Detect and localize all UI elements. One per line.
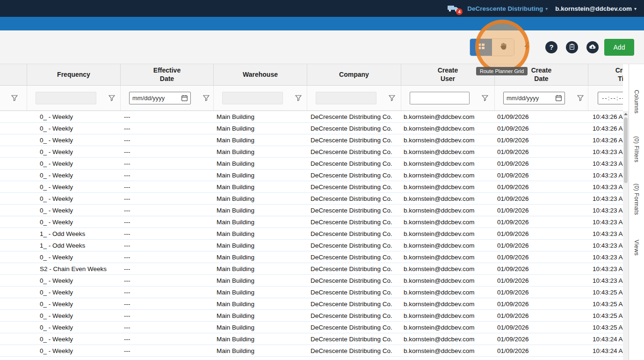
filter-input-create-user[interactable] <box>410 92 470 104</box>
scrollbar-track[interactable] <box>623 111 629 360</box>
cell-company: DeCrescente Distributing Co. <box>307 160 401 167</box>
side-panel-item-columns[interactable]: Columns <box>633 90 640 114</box>
cell-create-user: b.kornstein@ddcbev.com <box>401 254 494 261</box>
cell-company: DeCrescente Distributing Co. <box>307 195 401 202</box>
scroll-up-button[interactable] <box>623 111 629 117</box>
table-row[interactable]: 0_ - Weekly --- Main Building DeCrescent… <box>0 287 623 298</box>
table-row[interactable]: 0_ - Weekly --- Main Building DeCrescent… <box>0 181 623 193</box>
vertical-scrollbar[interactable] <box>623 64 629 360</box>
filter-date-input-create-date[interactable]: mm/dd/yyyy <box>503 92 565 104</box>
table-row[interactable]: 0_ - Weekly --- Main Building DeCrescent… <box>0 298 623 310</box>
header-cell-effective-date[interactable]: Effective Date <box>120 64 213 85</box>
cell-warehouse: Main Building <box>213 289 307 296</box>
table-row[interactable]: 0_ - Weekly --- Main Building DeCrescent… <box>0 146 623 158</box>
filter-funnel-icon <box>11 95 18 101</box>
table-row[interactable]: 0_ - Weekly --- Main Building DeCrescent… <box>0 251 623 263</box>
filter-button-create-date[interactable] <box>577 95 584 101</box>
cell-frequency: 0_ - Weekly <box>27 336 120 343</box>
cell-company: DeCrescente Distributing Co. <box>307 242 401 249</box>
filter-button-create-user[interactable] <box>482 95 488 101</box>
cell-effective-date: --- <box>120 336 213 343</box>
cell-frequency: 0_ - Weekly <box>27 195 120 202</box>
header-cell-frequency[interactable]: Frequency <box>27 64 120 85</box>
cell-create-date: 01/09/2026 <box>494 242 588 249</box>
filter-button-effective-date[interactable] <box>203 95 210 101</box>
filter-funnel-icon <box>295 95 302 101</box>
table-row[interactable]: 0_ - Weekly --- Main Building DeCrescent… <box>0 111 623 123</box>
side-panel-item-views[interactable]: Views <box>633 240 640 256</box>
cell-frequency: 0_ - Weekly <box>27 254 120 261</box>
cell-effective-date: --- <box>120 207 213 214</box>
header-cell-company[interactable]: Company <box>307 64 401 85</box>
filter-button-warehouse[interactable] <box>295 95 302 101</box>
table-row[interactable]: 0_ - Weekly --- Main Building DeCrescent… <box>0 345 623 357</box>
cell-company: DeCrescente Distributing Co. <box>307 137 401 144</box>
cell-create-time: 10:43:25 AM <box>588 324 623 331</box>
filter-input-company[interactable] <box>316 92 376 104</box>
table-row[interactable]: 1_ - Odd Weeks --- Main Building DeCresc… <box>0 228 623 240</box>
table-row[interactable]: S2 - Chain Even Weeks --- Main Building … <box>0 263 623 275</box>
cell-create-user: b.kornstein@ddcbev.com <box>401 336 494 343</box>
toolbar: ? Add <box>0 30 644 64</box>
filter-button-frequency[interactable] <box>109 95 115 101</box>
filter-date-input-effective-date[interactable]: mm/dd/yyyy <box>129 92 191 104</box>
cell-create-date: 01/09/2026 <box>494 312 588 319</box>
delivery-truck-icon[interactable]: 4 <box>448 4 460 13</box>
cell-create-user: b.kornstein@ddcbev.com <box>401 219 494 226</box>
cell-create-user: b.kornstein@ddcbev.com <box>401 347 494 354</box>
cell-effective-date: --- <box>120 242 213 249</box>
filter-input-warehouse[interactable] <box>222 92 283 104</box>
cell-frequency: 0_ - Weekly <box>27 113 120 120</box>
cell-frequency: 1_ - Odd Weeks <box>27 242 120 249</box>
cell-create-date: 01/09/2026 <box>494 254 588 261</box>
cell-create-user: b.kornstein@ddcbev.com <box>401 312 494 319</box>
table-row[interactable]: 1_ - Odd Weeks --- Main Building DeCresc… <box>0 240 623 251</box>
company-menu[interactable]: DeCrescente Distributing ▾ <box>467 5 548 12</box>
table-row[interactable]: 0_ - Weekly --- Main Building DeCrescent… <box>0 310 623 322</box>
cell-warehouse: Main Building <box>213 148 307 155</box>
cell-create-user: b.kornstein@ddcbev.com <box>401 242 494 249</box>
table-row[interactable]: 0_ - Weekly --- Main Building DeCrescent… <box>0 275 623 287</box>
automation-button[interactable] <box>522 41 532 53</box>
side-panel-item-formats[interactable]: (0) Formats <box>633 184 640 215</box>
filter-time-input-create-time[interactable]: --:--:-- <box>598 92 623 104</box>
header-cell-warehouse[interactable]: Warehouse <box>213 64 307 85</box>
table-row[interactable]: 0_ - Weekly --- Main Building DeCrescent… <box>0 169 623 181</box>
filter-input-frequency[interactable] <box>36 92 96 104</box>
cell-create-user: b.kornstein@ddcbev.com <box>401 207 494 214</box>
cloud-download-button[interactable] <box>586 41 599 53</box>
table-row[interactable]: 0_ - Weekly --- Main Building DeCrescent… <box>0 134 623 146</box>
table-row[interactable]: 0_ - Weekly --- Main Building DeCrescent… <box>0 158 623 169</box>
cell-frequency: 0_ - Weekly <box>27 347 120 354</box>
add-button[interactable]: Add <box>604 39 634 56</box>
header-cell-create-time[interactable]: Create Time <box>588 64 623 85</box>
side-panel-item-filters[interactable]: (0) Filters <box>633 136 640 162</box>
table-row[interactable]: 0_ - Weekly --- Main Building DeCrescent… <box>0 333 623 345</box>
filter-button-company[interactable] <box>389 95 395 101</box>
filter-button-rows[interactable] <box>11 95 18 101</box>
header-cell-row-selector[interactable] <box>0 64 27 85</box>
cell-warehouse: Main Building <box>213 207 307 214</box>
route-planner-grid-button[interactable] <box>492 39 514 56</box>
up-arrow-icon <box>624 113 628 115</box>
cell-create-date: 01/09/2026 <box>494 347 588 354</box>
cloud-download-icon <box>589 44 596 51</box>
cell-create-time: 10:43:23 AM <box>588 160 623 167</box>
table-row[interactable]: 0_ - Weekly --- Main Building DeCrescent… <box>0 193 623 205</box>
cell-company: DeCrescente Distributing Co. <box>307 301 401 308</box>
table-row[interactable]: 0_ - Weekly --- Main Building DeCrescent… <box>0 205 623 216</box>
grid-view-button[interactable] <box>470 39 492 56</box>
clipboard-button[interactable] <box>566 41 578 53</box>
table-row[interactable]: 0_ - Weekly --- Main Building DeCrescent… <box>0 357 623 360</box>
help-button[interactable]: ? <box>545 41 557 53</box>
cell-create-time: 10:43:24 AM <box>588 347 623 354</box>
cell-effective-date: --- <box>120 277 213 284</box>
table-row[interactable]: 0_ - Weekly --- Main Building DeCrescent… <box>0 216 623 228</box>
scrollbar-thumb[interactable] <box>624 118 628 183</box>
table-row[interactable]: 0_ - Weekly --- Main Building DeCrescent… <box>0 322 623 333</box>
cell-warehouse: Main Building <box>213 347 307 354</box>
user-menu[interactable]: b.kornstein@ddcbev.com ▾ <box>555 5 637 12</box>
cell-create-user: b.kornstein@ddcbev.com <box>401 277 494 284</box>
table-row[interactable]: 0_ - Weekly --- Main Building DeCrescent… <box>0 123 623 134</box>
cell-warehouse: Main Building <box>213 265 307 272</box>
